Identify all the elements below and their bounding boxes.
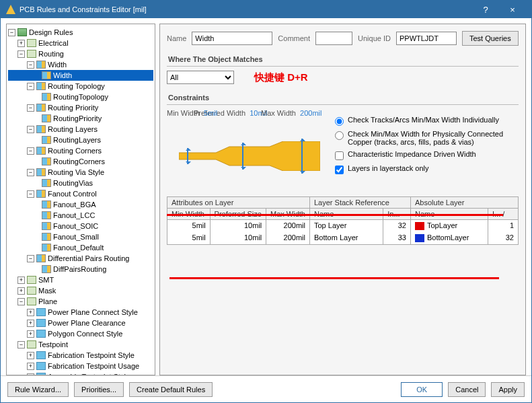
annotation-shortcut: 快捷键 D+R [254, 71, 308, 84]
tree-fanout-bga[interactable]: Fanout_BGA [8, 199, 153, 210]
rules-tree[interactable]: −Design Rules +Electrical −Routing −Widt… [6, 24, 155, 375]
rule-panel: Name Comment Unique ID Test Queries Wher… [159, 24, 526, 375]
name-input[interactable] [192, 32, 272, 45]
layer-color-swatch [415, 222, 424, 230]
checkbox-layerstack-only[interactable]: Layers in layerstack only [335, 164, 519, 174]
min-arrow-icon [187, 148, 188, 164]
table-row[interactable]: TopLayer1 [411, 220, 518, 232]
tree-mask[interactable]: +Mask [8, 285, 153, 296]
tree-rcorn-rule[interactable]: RoutingCorners [8, 156, 153, 167]
tree-ppc[interactable]: +Power Plane Clearance [8, 318, 153, 328]
tree-root[interactable]: −Design Rules [8, 27, 153, 38]
ok-button[interactable]: OK [401, 382, 443, 397]
tree-fanout-lcc[interactable]: Fanout_LCC [8, 210, 153, 221]
app-icon [6, 5, 15, 14]
layers-table[interactable]: Attributes on Layer Min Width Preferred … [167, 196, 519, 245]
rule-wizard-button[interactable]: Rule Wizard... [7, 382, 69, 397]
annotation-line [167, 214, 503, 216]
close-button[interactable]: × [499, 5, 526, 15]
tree-routing[interactable]: −Routing [8, 48, 153, 59]
priorities-button[interactable]: Priorities... [74, 382, 124, 397]
tree-rvia-cat[interactable]: −Routing Via Style [8, 167, 153, 178]
tree-rtopo-rule[interactable]: RoutingTopology [8, 91, 153, 102]
tree-ftu[interactable]: +Fabrication Testpoint Usage [8, 361, 153, 371]
tree-testpoint[interactable]: −Testpoint [8, 339, 153, 350]
tree-electrical[interactable]: +Electrical [8, 38, 153, 48]
radio-check-connected[interactable]: Check Min/Max Width for Physically Conne… [335, 130, 519, 146]
col-layerstack: Layer Stack Reference [310, 197, 410, 209]
annotation-line [169, 277, 499, 279]
table-row[interactable]: Top Layer32 [310, 220, 410, 232]
tree-fanout-small[interactable]: Fanout_Small [8, 231, 153, 242]
checkbox-impedance[interactable]: Characteristic Impedance Driven Width [335, 150, 519, 160]
tree-fanout-cat[interactable]: −Fanout Control [8, 188, 153, 199]
table-row[interactable]: 5mil10mil200mil [167, 232, 309, 244]
tree-plane[interactable]: −Plane [8, 296, 153, 307]
radio-check-individually[interactable]: Check Tracks/Arcs Min/Max Width Individu… [335, 116, 519, 126]
width-diagram: Preferred Width 10mil Min Width 5mil Max… [167, 109, 328, 190]
uniqueid-label: Unique ID [358, 34, 391, 42]
tree-fanout-soic[interactable]: Fanout_SOIC [8, 221, 153, 231]
tree-diffpairs-cat[interactable]: −Differential Pairs Routing [8, 253, 153, 264]
col-attributes: Attributes on Layer [167, 197, 309, 209]
comment-label: Comment [278, 34, 310, 42]
tree-fanout-default[interactable]: Fanout_Default [8, 242, 153, 253]
window-title: PCB Rules and Constraints Editor [mil] [20, 5, 472, 13]
test-queries-button[interactable]: Test Queries [462, 31, 519, 46]
tree-ppcs[interactable]: +Power Plane Connect Style [8, 307, 153, 318]
help-button[interactable]: ? [472, 5, 499, 15]
annotation-line [159, 47, 160, 49]
table-row[interactable]: 5mil10mil200mil [167, 220, 309, 232]
col-absolute: Absolute Layer [411, 197, 518, 209]
tree-rprio-cat[interactable]: −Routing Priority [8, 102, 153, 113]
match-scope-select[interactable]: All [167, 71, 234, 84]
match-section-title: Where The Object Matches [167, 52, 519, 67]
table-row[interactable]: BottomLayer32 [411, 232, 518, 244]
cancel-button[interactable]: Cancel [448, 382, 486, 397]
layer-color-swatch [415, 234, 424, 242]
uniqueid-input[interactable] [396, 32, 457, 45]
min-width-label: Min Width 5mil [167, 109, 217, 117]
tree-width-cat[interactable]: −Width [8, 59, 153, 70]
max-arrow-icon [301, 139, 303, 174]
apply-button[interactable]: Apply [491, 382, 525, 397]
dialog-footer: Rule Wizard... Priorities... Create Defa… [1, 375, 531, 402]
trace-shape-icon [179, 141, 320, 171]
pref-arrow-icon [242, 143, 243, 170]
tree-smt[interactable]: +SMT [8, 274, 153, 285]
comment-input[interactable] [315, 32, 352, 45]
tree-rprio-rule[interactable]: RoutingPriority [8, 113, 153, 124]
table-row[interactable]: Bottom Layer33 [310, 232, 410, 244]
tree-width-rule[interactable]: Width [8, 70, 153, 81]
tree-fts[interactable]: +Fabrication Testpoint Style [8, 350, 153, 361]
tree-rcorn-cat[interactable]: −Routing Corners [8, 145, 153, 156]
tree-pcs[interactable]: +Polygon Connect Style [8, 328, 153, 339]
create-default-rules-button[interactable]: Create Default Rules [129, 382, 213, 397]
tree-rtopo-cat[interactable]: −Routing Topology [8, 81, 153, 91]
max-width-label: Max Width 200mil [261, 109, 322, 117]
name-label: Name [167, 34, 186, 42]
tree-rlay-cat[interactable]: −Routing Layers [8, 124, 153, 135]
titlebar: PCB Rules and Constraints Editor [mil] ?… [1, 1, 531, 18]
constraints-section-title: Constraints [167, 91, 519, 105]
tree-rvia-rule[interactable]: RoutingVias [8, 178, 153, 188]
tree-diffpairs-rule[interactable]: DiffPairsRouting [8, 264, 153, 274]
tree-rlay-rule[interactable]: RoutingLayers [8, 135, 153, 145]
